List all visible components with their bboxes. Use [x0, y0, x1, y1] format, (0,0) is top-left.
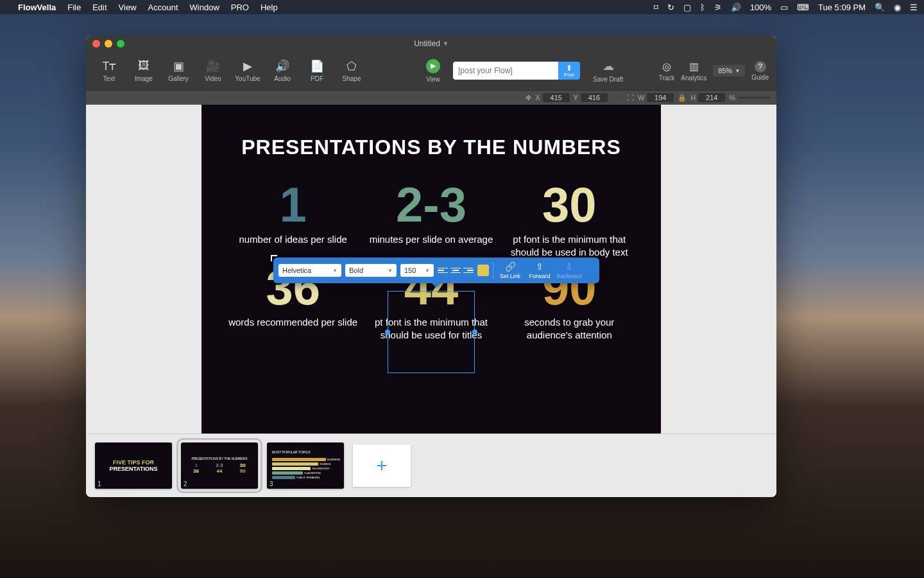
stat-cell-2[interactable]: 2-3minutes per slide on average	[365, 180, 497, 258]
volume-icon[interactable]: 🔊	[731, 3, 741, 12]
weight-select[interactable]: Bold▼	[345, 264, 397, 277]
post-label: Post	[564, 72, 574, 78]
spotlight-icon[interactable]: 🔍	[875, 3, 885, 12]
battery-icon[interactable]: ▭	[780, 3, 788, 12]
minimize-window[interactable]	[105, 40, 112, 48]
thumb3-l3: CLASSROOM	[304, 471, 321, 475]
tool-gallery[interactable]: ▣Gallery	[163, 54, 194, 87]
backward-button[interactable]: ⇩Backward	[556, 261, 582, 279]
stat-2-number: 2-3	[365, 180, 497, 229]
track-icon: ◎	[662, 60, 671, 73]
tool-image[interactable]: 🖼Image	[128, 54, 159, 87]
siri-icon[interactable]: ◉	[894, 3, 901, 12]
menu-file[interactable]: File	[67, 3, 81, 12]
tool-video[interactable]: 🎥Video	[198, 54, 228, 87]
save-draft-button[interactable]: ☁ Save Draft	[593, 59, 623, 83]
airplay-icon[interactable]: ▢	[683, 3, 691, 12]
stat-cell-1[interactable]: 1number of ideas per slide	[227, 180, 359, 258]
thumb2-n1: 1	[185, 463, 207, 468]
guide-button[interactable]: ?Guide	[751, 61, 769, 81]
tool-text-label: Text	[103, 75, 115, 82]
menu-edit[interactable]: Edit	[92, 3, 107, 12]
tool-shape[interactable]: ⬠Shape	[336, 54, 367, 87]
menu-window[interactable]: Window	[190, 3, 219, 12]
post-button[interactable]: ⬆Post	[558, 62, 580, 80]
font-select[interactable]: Helvetica▼	[278, 264, 341, 277]
menu-help[interactable]: Help	[261, 3, 278, 12]
menu-pro[interactable]: PRO	[231, 3, 249, 12]
tool-text[interactable]: TᴛText	[94, 54, 124, 87]
window-title[interactable]: Untitled	[414, 39, 440, 48]
cloud-icon: ☁	[603, 59, 614, 73]
color-swatch[interactable]	[477, 265, 489, 276]
tool-pdf[interactable]: 📄PDF	[302, 54, 332, 87]
thumbnail-strip: FIVE TIPS FORPRESENTATIONS 1 PRESENTATIO…	[86, 434, 776, 497]
video-icon: 🎥	[205, 60, 221, 73]
thumbnail-2[interactable]: PRESENTATIONS BY THE NUMBERS 1 2-3 30 36…	[181, 442, 258, 489]
zoom-window[interactable]	[117, 40, 124, 48]
set-link-button[interactable]: 🔗Set Link	[497, 261, 523, 279]
thumbnail-3[interactable]: MOST POPULAR TOPICS BUSINESS SCIENCE TEC…	[267, 442, 344, 489]
view-button[interactable]: ▶ View	[426, 59, 440, 83]
tool-video-label: Video	[205, 75, 221, 82]
slide-title[interactable]: PRESENTATIONS BY THE NUMBERS	[201, 136, 661, 159]
lock-icon[interactable]: 🔒	[678, 94, 687, 102]
bluetooth-icon[interactable]: ᛒ	[700, 3, 705, 12]
thumb1-line1: FIVE TIPS FOR	[113, 459, 154, 466]
zoom-select[interactable]: 85%▼	[713, 65, 745, 76]
forward-button[interactable]: ⇧Forward	[527, 261, 552, 279]
textinput-icon[interactable]: ⌨	[797, 3, 809, 12]
timemachine-icon[interactable]: ↻	[667, 3, 674, 12]
tool-audio[interactable]: 🔊Audio	[267, 54, 298, 87]
tool-youtube[interactable]: ▶YouTube	[232, 54, 263, 87]
w-value[interactable]: 194	[647, 93, 674, 102]
notification-icon[interactable]: ☰	[910, 3, 918, 12]
selection-box[interactable]	[388, 291, 475, 373]
x-value[interactable]: 415	[543, 93, 570, 102]
track-button[interactable]: ◎Track	[659, 60, 675, 82]
wifi-icon[interactable]: ⚞	[714, 3, 722, 12]
close-window[interactable]	[92, 40, 100, 48]
percent-label: %	[729, 94, 735, 101]
align-right[interactable]	[463, 265, 474, 276]
w-label: W	[638, 94, 644, 101]
add-slide-button[interactable]: +	[353, 444, 411, 487]
text-format-toolbar[interactable]: Helvetica▼ Bold▼ 150▼ 🔗Set Link ⇧Forward…	[273, 258, 599, 283]
menubar-app[interactable]: FlowVella	[18, 3, 56, 12]
dropbox-icon[interactable]: ⌑	[654, 3, 658, 12]
view-label: View	[426, 76, 440, 83]
titlebar: Untitled ▼	[86, 36, 776, 51]
menu-view[interactable]: View	[119, 3, 137, 12]
h-value[interactable]: 214	[698, 93, 725, 102]
menu-account[interactable]: Account	[148, 3, 178, 12]
align-left[interactable]	[438, 265, 448, 276]
thumb2-n2: 2-3	[208, 463, 230, 468]
title-caret-icon[interactable]: ▼	[443, 40, 449, 47]
thumb1-line2: PRESENTATIONS	[95, 466, 172, 472]
canvas[interactable]: PRESENTATIONS BY THE NUMBERS 1number of …	[86, 105, 776, 434]
stat-2-caption: minutes per slide on average	[365, 233, 497, 246]
play-icon: ▶	[426, 59, 440, 73]
clock[interactable]: Tue 5:09 PM	[818, 3, 866, 12]
stat-4-caption: words recommended per slide	[227, 316, 359, 329]
tool-pdf-label: PDF	[311, 75, 323, 82]
percent-value[interactable]	[739, 97, 770, 98]
corner-icon	[271, 255, 278, 263]
analytics-button[interactable]: ▥Analytics	[681, 60, 706, 82]
tool-gallery-label: Gallery	[168, 75, 189, 82]
align-center[interactable]	[450, 265, 461, 276]
size-select[interactable]: 150▼	[400, 264, 434, 277]
handle-left[interactable]	[385, 329, 390, 335]
youtube-icon: ▶	[240, 60, 255, 73]
battery-text[interactable]: 100%	[750, 3, 771, 12]
size-value: 150	[404, 267, 416, 274]
y-value[interactable]: 416	[581, 93, 608, 102]
thumb2-title: PRESENTATIONS BY THE NUMBERS	[181, 457, 258, 460]
post-input[interactable]	[453, 62, 558, 80]
stat-cell-3[interactable]: 30pt font is the minimum that should be …	[504, 180, 635, 258]
toolbar: TᴛText 🖼Image ▣Gallery 🎥Video ▶YouTube 🔊…	[86, 51, 776, 90]
stat-6-caption: seconds to grab your audience's attentio…	[504, 316, 635, 341]
handle-right[interactable]	[472, 329, 477, 335]
thumbnail-1[interactable]: FIVE TIPS FORPRESENTATIONS 1	[95, 442, 172, 489]
chevron-down-icon: ▼	[388, 268, 393, 274]
